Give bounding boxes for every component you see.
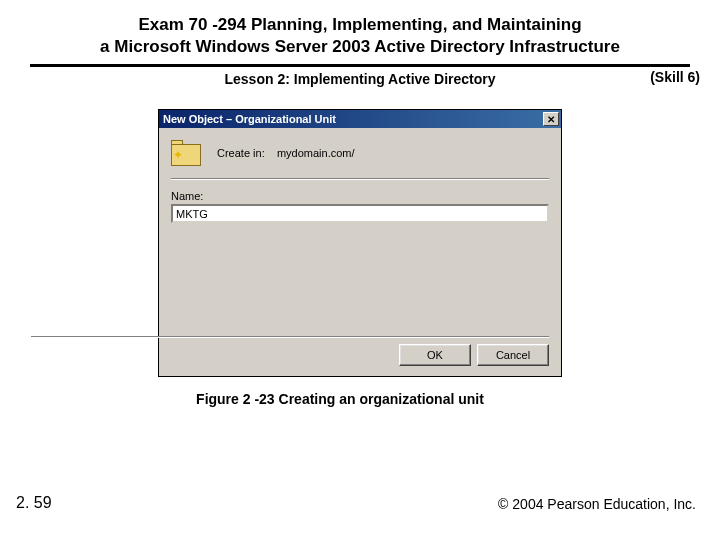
slide-title: Exam 70 -294 Planning, Implementing, and… <box>30 0 690 67</box>
create-in-value: mydomain.com/ <box>277 147 355 159</box>
dialog-title: New Object – Organizational Unit <box>163 113 336 125</box>
close-button[interactable]: ✕ <box>543 112 559 126</box>
new-ou-dialog: New Object – Organizational Unit ✕ ✦ Cre… <box>158 109 562 377</box>
ok-button[interactable]: OK <box>399 344 471 366</box>
name-input[interactable] <box>171 204 549 223</box>
page-number: 2. 59 <box>16 494 52 512</box>
close-icon: ✕ <box>547 114 555 125</box>
create-in-text: Create in: mydomain.com/ <box>217 147 355 159</box>
title-line-2: a Microsoft Windows Server 2003 Active D… <box>100 37 620 56</box>
figure-caption: Figure 2 -23 Creating an organizational … <box>0 391 720 407</box>
dialog-titlebar: New Object – Organizational Unit ✕ <box>159 110 561 128</box>
skill-badge: (Skill 6) <box>650 69 700 85</box>
divider <box>171 178 549 180</box>
create-in-label: Create in: <box>217 147 265 159</box>
cancel-button[interactable]: Cancel <box>477 344 549 366</box>
title-line-1: Exam 70 -294 Planning, Implementing, and… <box>138 15 581 34</box>
button-divider <box>31 336 549 338</box>
folder-icon: ✦ <box>171 138 205 168</box>
copyright: © 2004 Pearson Education, Inc. <box>498 496 696 512</box>
lesson-title: Lesson 2: Implementing Active Directory <box>225 71 496 87</box>
name-label: Name: <box>171 190 549 202</box>
